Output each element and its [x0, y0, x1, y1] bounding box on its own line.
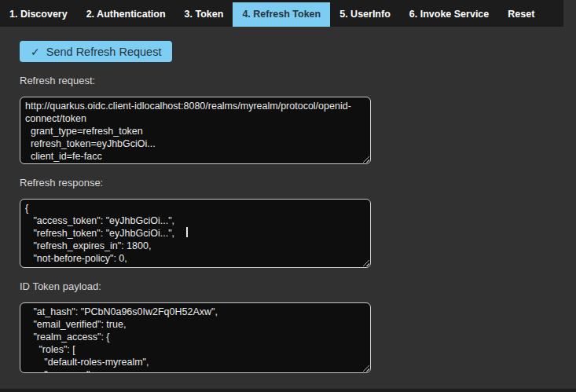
- tab-token[interactable]: 3. Token: [175, 2, 233, 27]
- tab-bar: 1. Discovery 2. Authentication 3. Token …: [0, 0, 563, 27]
- tab-reset[interactable]: Reset: [498, 2, 544, 27]
- refresh-request-label: Refresh request:: [20, 75, 576, 86]
- tab-discovery[interactable]: 1. Discovery: [0, 2, 77, 27]
- tab-invoke-service[interactable]: 6. Invoke Service: [400, 2, 498, 27]
- send-refresh-request-label: Send Refresh Request: [46, 46, 162, 58]
- refresh-response-textarea[interactable]: { "access_token": "eyJhbGciOi...", "refr…: [20, 199, 371, 268]
- text-cursor: [186, 227, 188, 237]
- send-refresh-request-button[interactable]: ✓ Send Refresh Request: [20, 41, 172, 62]
- refresh-response-label: Refresh response:: [20, 177, 576, 189]
- window-bottom-edge: [0, 389, 576, 392]
- id-token-payload-label: ID Token payload:: [20, 280, 576, 292]
- refresh-response-field: { "access_token": "eyJhbGciOi...", "refr…: [20, 199, 371, 268]
- tab-authentication[interactable]: 2. Authentication: [77, 2, 175, 27]
- id-token-payload-field: "at_hash": "PCbN0a96s0Iw2Fq0H52Axw", "em…: [20, 302, 371, 373]
- id-token-payload-textarea[interactable]: "at_hash": "PCbN0a96s0Iw2Fq0H52Axw", "em…: [20, 302, 371, 373]
- refresh-request-field: http://quarkus.oidc.client-idlocalhost:8…: [20, 97, 371, 164]
- main-content: ✓ Send Refresh Request Refresh request: …: [0, 27, 576, 373]
- tab-userinfo[interactable]: 5. UserInfo: [330, 2, 400, 27]
- refresh-request-textarea[interactable]: http://quarkus.oidc.client-idlocalhost:8…: [20, 97, 371, 164]
- check-icon: ✓: [31, 46, 40, 57]
- tab-refresh-token[interactable]: 4. Refresh Token: [233, 2, 330, 27]
